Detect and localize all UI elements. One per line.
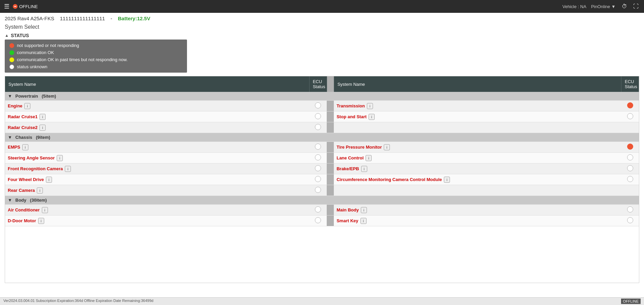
- menu-icon[interactable]: ☰: [4, 3, 9, 10]
- left-name-cell: Engine i: [5, 101, 309, 111]
- info-button[interactable]: i: [38, 218, 44, 224]
- white-dot-icon: [9, 65, 14, 69]
- group-expand-icon[interactable]: ▼: [8, 135, 12, 140]
- system-link[interactable]: D-Door Motor: [8, 218, 36, 223]
- history-icon[interactable]: ⏱: [620, 2, 628, 10]
- status-dot-white: [315, 176, 321, 182]
- info-button[interactable]: i: [361, 166, 367, 172]
- info-button[interactable]: i: [361, 207, 367, 213]
- system-link[interactable]: Smart Key: [337, 218, 358, 223]
- status-dot-red: [627, 102, 633, 108]
- system-link[interactable]: Air Conditioner: [8, 207, 40, 212]
- info-button[interactable]: i: [42, 207, 48, 213]
- info-button[interactable]: i: [57, 155, 63, 161]
- table-row: Rear Camera i: [5, 185, 639, 196]
- divider-cell: [327, 122, 334, 133]
- status-dot-white: [627, 165, 633, 171]
- info-button[interactable]: i: [24, 103, 30, 109]
- info-button[interactable]: i: [369, 114, 375, 120]
- right-status-cell: [621, 205, 639, 215]
- col-ecu-status-1: ECUStatus: [309, 76, 327, 92]
- header-icons: ⏱ ⛶: [620, 2, 640, 10]
- system-link[interactable]: Front Recognition Camera: [8, 166, 63, 171]
- page-title: System Select: [0, 23, 644, 33]
- info-button[interactable]: i: [37, 187, 43, 194]
- battery-value: Battery:12.5V: [118, 16, 150, 21]
- system-link[interactable]: Steering Angle Sensor: [8, 155, 55, 160]
- left-name-cell: EMPS i: [5, 142, 309, 153]
- info-button[interactable]: i: [65, 166, 71, 172]
- status-dot-white: [315, 187, 321, 193]
- legend-row-green: communication OK: [9, 50, 182, 55]
- right-name-cell: Smart Key i: [334, 215, 621, 226]
- left-status-cell: [309, 174, 327, 185]
- pin-online-button[interactable]: PinOnline ▼: [591, 4, 616, 9]
- col-ecu-status-2: ECUStatus: [621, 76, 639, 92]
- info-button[interactable]: i: [444, 177, 450, 183]
- left-status-cell: [309, 185, 327, 196]
- system-link[interactable]: Brake/EPB: [337, 166, 359, 171]
- table-container[interactable]: System Name ECUStatus System Name ECUSta…: [5, 76, 639, 283]
- left-status-cell: [309, 215, 327, 226]
- info-button[interactable]: i: [360, 218, 367, 224]
- info-button[interactable]: i: [22, 144, 28, 150]
- status-header: ▲ STATUS: [5, 33, 639, 38]
- info-button[interactable]: i: [46, 177, 52, 183]
- system-link[interactable]: Rear Camera: [8, 188, 35, 193]
- header: ☰ OFFLINE Vehicle : NA PinOnline ▼ ⏱ ⛶: [0, 0, 644, 13]
- table-row: Front Recognition Camera i Brake/EPB i: [5, 163, 639, 174]
- right-status-cell: [621, 122, 639, 133]
- system-link[interactable]: Four Wheel Drive: [8, 177, 44, 182]
- status-legend: not supported or not responding communic…: [5, 40, 187, 73]
- left-status-cell: [309, 163, 327, 174]
- status-triangle-icon: ▲: [5, 33, 9, 38]
- info-button[interactable]: i: [39, 125, 46, 131]
- system-link[interactable]: Circumference Monitoring Camera Control …: [337, 177, 442, 182]
- right-status-cell: [621, 142, 639, 153]
- legend-white-text: status unknown: [17, 64, 47, 69]
- status-section: ▲ STATUS not supported or not responding…: [5, 33, 639, 73]
- right-name-cell: Stop and Start i: [334, 111, 621, 122]
- offline-dot-icon: [13, 4, 18, 9]
- info-button[interactable]: i: [39, 114, 46, 120]
- system-link[interactable]: Main Body: [337, 207, 359, 212]
- status-dot-white: [627, 113, 633, 119]
- info-button[interactable]: i: [367, 103, 373, 109]
- system-link[interactable]: Radar Cruise1: [8, 114, 37, 119]
- system-link[interactable]: Engine: [8, 103, 22, 108]
- system-link[interactable]: Radar Cruise2: [8, 125, 37, 130]
- header-left: ☰ OFFLINE: [4, 3, 38, 10]
- info-button[interactable]: i: [366, 155, 372, 161]
- green-dot-icon: [9, 50, 14, 55]
- system-link[interactable]: Transmission: [337, 103, 365, 108]
- status-dot-red: [627, 144, 633, 150]
- group-expand-icon[interactable]: ▼: [8, 198, 12, 203]
- system-link[interactable]: Tire Pressure Monitor: [337, 145, 382, 150]
- system-link[interactable]: Lane Control: [337, 155, 364, 160]
- vehicle-model: 2025 Rav4 A25A-FKS: [5, 16, 54, 21]
- group-count: (5item): [42, 94, 56, 99]
- status-dot-white: [627, 154, 633, 160]
- info-button[interactable]: i: [384, 144, 390, 150]
- status-dot-white: [315, 113, 321, 119]
- vehicle-info-label: Vehicle : NA: [562, 4, 586, 9]
- col-divider: [327, 76, 334, 92]
- group-count: (9item): [36, 135, 50, 140]
- group-name: Powertrain: [16, 94, 38, 99]
- group-count: (30item): [30, 198, 47, 203]
- group-expand-icon[interactable]: ▼: [8, 94, 12, 99]
- right-name-cell: Lane Control i: [334, 153, 621, 163]
- system-link[interactable]: Stop and Start: [337, 114, 367, 119]
- left-status-cell: [309, 111, 327, 122]
- legend-yellow-text: communication OK in past times but not r…: [17, 57, 128, 62]
- system-link[interactable]: EMPS: [8, 145, 20, 150]
- legend-green-text: communication OK: [17, 50, 54, 55]
- divider-cell: [327, 163, 334, 174]
- right-name-cell: [334, 185, 621, 196]
- left-name-cell: Rear Camera i: [5, 185, 309, 196]
- expand-icon[interactable]: ⛶: [632, 2, 640, 10]
- right-status-cell: [621, 153, 639, 163]
- table-row: Steering Angle Sensor i Lane Control i: [5, 153, 639, 163]
- right-name-cell: Main Body i: [334, 205, 621, 215]
- group-row: ▼ Powertrain (5item): [5, 92, 639, 101]
